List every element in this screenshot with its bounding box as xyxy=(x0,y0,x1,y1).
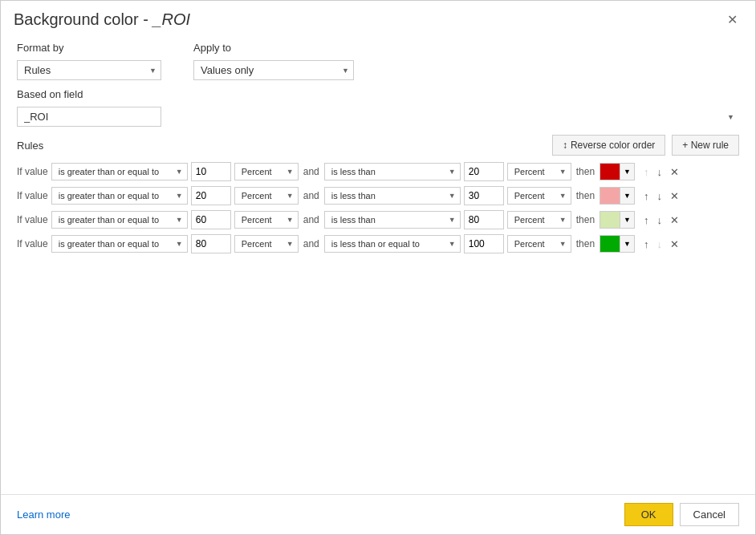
color-dropdown-btn-3[interactable]: ▼ xyxy=(620,211,635,229)
new-rule-button[interactable]: + New rule xyxy=(672,135,739,156)
condition1-wrapper-2: is greater than or equal tois greater th… xyxy=(51,187,188,205)
delete-btn-3[interactable]: ✕ xyxy=(668,213,681,227)
color-swatch-2[interactable] xyxy=(600,187,620,205)
apply-to-wrapper: Values only Header and values Total xyxy=(193,60,354,80)
unit1-select-4[interactable]: PercentNumberAuto xyxy=(234,235,299,253)
delete-btn-4[interactable]: ✕ xyxy=(668,237,681,251)
value1-input-1[interactable] xyxy=(191,162,231,181)
and-label-4: and xyxy=(303,238,319,249)
value2-input-1[interactable] xyxy=(464,162,504,181)
rule-row-4: If value is greater than or equal tois g… xyxy=(17,234,739,253)
condition1-select-3[interactable]: is greater than or equal tois greater th… xyxy=(51,211,188,229)
rule-row-1: If value is greater than or equal tois g… xyxy=(17,162,739,181)
move-up-btn-3[interactable]: ↑ xyxy=(641,213,652,227)
unit2-select-4[interactable]: PercentNumberAuto xyxy=(507,235,571,253)
unit1-select-1[interactable]: PercentNumberAuto xyxy=(234,163,299,180)
based-on-field-group: Based on field _ROI Field1 Field2 xyxy=(17,88,739,127)
unit1-select-2[interactable]: PercentNumberAuto xyxy=(234,187,299,205)
reverse-color-order-label: Reverse color order xyxy=(571,140,655,151)
move-down-btn-4: ↓ xyxy=(655,237,665,251)
apply-to-select[interactable]: Values only Header and values Total xyxy=(193,60,354,80)
condition1-select-2[interactable]: is greater than or equal tois greater th… xyxy=(51,187,188,205)
color-swatch-wrapper-2[interactable]: ▼ xyxy=(600,187,635,205)
apply-to-group: Apply to Values only Header and values T… xyxy=(193,42,354,80)
ok-button[interactable]: OK xyxy=(624,503,673,526)
cancel-button[interactable]: Cancel xyxy=(680,503,739,526)
move-up-btn-2[interactable]: ↑ xyxy=(641,189,652,203)
condition2-wrapper-4: is greater than or equal tois greater th… xyxy=(324,235,461,253)
color-swatch-1[interactable] xyxy=(600,163,620,180)
format-by-group: Format by Rules Color scale Field value xyxy=(17,42,161,80)
condition1-select-1[interactable]: is greater than or equal tois greater th… xyxy=(51,163,188,180)
value1-input-3[interactable] xyxy=(191,210,231,229)
color-swatch-wrapper-4[interactable]: ▼ xyxy=(600,235,635,253)
move-down-btn-2[interactable]: ↓ xyxy=(655,189,665,203)
based-on-field-wrapper: _ROI Field1 Field2 xyxy=(17,107,739,127)
format-by-label: Format by xyxy=(17,42,161,54)
move-up-btn-4[interactable]: ↑ xyxy=(641,237,652,251)
rule-controls-1: ↑ ↓ ✕ xyxy=(641,165,681,179)
condition1-wrapper-3: is greater than or equal tois greater th… xyxy=(51,211,188,229)
value2-input-3[interactable] xyxy=(464,210,504,229)
delete-btn-2[interactable]: ✕ xyxy=(668,189,681,203)
unit2-select-3[interactable]: PercentNumberAuto xyxy=(507,211,571,229)
title-bar: Background color - _ROI ✕ xyxy=(1,1,755,35)
condition2-wrapper-1: is greater than or equal tois greater th… xyxy=(324,163,461,180)
if-label-4: If value xyxy=(17,238,48,249)
color-swatch-3[interactable] xyxy=(600,211,620,229)
condition1-wrapper-1: is greater than or equal tois greater th… xyxy=(51,163,188,180)
dialog-content: Format by Rules Color scale Field value … xyxy=(1,35,755,494)
rule-row-2: If value is greater than or equal tois g… xyxy=(17,186,739,205)
value2-input-2[interactable] xyxy=(464,186,504,205)
move-down-btn-1[interactable]: ↓ xyxy=(655,165,665,179)
unit1-wrapper-1: PercentNumberAuto xyxy=(234,163,299,180)
reverse-color-order-button[interactable]: ↕ Reverse color order xyxy=(552,135,665,156)
color-dropdown-btn-4[interactable]: ▼ xyxy=(620,235,635,253)
if-label-2: If value xyxy=(17,190,48,201)
color-swatch-4[interactable] xyxy=(600,235,620,253)
condition1-select-4[interactable]: is greater than or equal tois greater th… xyxy=(51,235,188,253)
value2-input-4[interactable] xyxy=(464,234,504,253)
unit1-select-3[interactable]: PercentNumberAuto xyxy=(234,211,299,229)
and-label-1: and xyxy=(303,166,319,177)
condition2-select-4[interactable]: is greater than or equal tois greater th… xyxy=(324,235,461,253)
apply-to-label: Apply to xyxy=(193,42,354,54)
based-on-field-select[interactable]: _ROI Field1 Field2 xyxy=(17,107,161,127)
and-label-3: and xyxy=(303,214,319,225)
dialog-title: Background color - _ROI xyxy=(14,10,190,29)
rule-controls-4: ↑ ↓ ✕ xyxy=(641,237,681,251)
rules-header: Rules ↕ Reverse color order + New rule xyxy=(17,135,739,156)
condition2-select-2[interactable]: is greater than or equal tois greater th… xyxy=(324,187,461,205)
footer: Learn more OK Cancel xyxy=(1,494,755,534)
color-dropdown-btn-1[interactable]: ▼ xyxy=(620,163,635,180)
format-apply-row: Format by Rules Color scale Field value … xyxy=(17,42,739,80)
then-label-3: then xyxy=(576,214,595,225)
then-label-1: then xyxy=(576,166,595,177)
close-button[interactable]: ✕ xyxy=(722,10,742,29)
color-dropdown-btn-2[interactable]: ▼ xyxy=(620,187,635,205)
format-by-select[interactable]: Rules Color scale Field value xyxy=(17,60,161,80)
background-color-dialog: Background color - _ROI ✕ Format by Rule… xyxy=(0,0,756,535)
unit2-select-2[interactable]: PercentNumberAuto xyxy=(507,187,571,205)
learn-more-link[interactable]: Learn more xyxy=(17,509,70,521)
unit2-wrapper-4: PercentNumberAuto xyxy=(507,235,571,253)
value1-input-2[interactable] xyxy=(191,186,231,205)
condition2-select-1[interactable]: is greater than or equal tois greater th… xyxy=(324,163,461,180)
condition2-select-3[interactable]: is greater than or equal tois greater th… xyxy=(324,211,461,229)
rule-controls-3: ↑ ↓ ✕ xyxy=(641,213,681,227)
delete-btn-1[interactable]: ✕ xyxy=(668,165,681,179)
color-swatch-wrapper-1[interactable]: ▼ xyxy=(600,163,635,180)
if-label-1: If value xyxy=(17,166,48,177)
unit1-wrapper-3: PercentNumberAuto xyxy=(234,211,299,229)
value1-input-4[interactable] xyxy=(191,234,231,253)
rules-actions: ↕ Reverse color order + New rule xyxy=(552,135,739,156)
then-label-2: then xyxy=(576,190,595,201)
rules-label: Rules xyxy=(17,140,43,152)
if-label-3: If value xyxy=(17,214,48,225)
move-down-btn-3[interactable]: ↓ xyxy=(655,213,665,227)
unit2-wrapper-3: PercentNumberAuto xyxy=(507,211,571,229)
format-by-wrapper: Rules Color scale Field value xyxy=(17,60,161,80)
unit2-select-1[interactable]: PercentNumberAuto xyxy=(507,163,571,180)
color-swatch-wrapper-3[interactable]: ▼ xyxy=(600,211,635,229)
unit1-wrapper-4: PercentNumberAuto xyxy=(234,235,299,253)
